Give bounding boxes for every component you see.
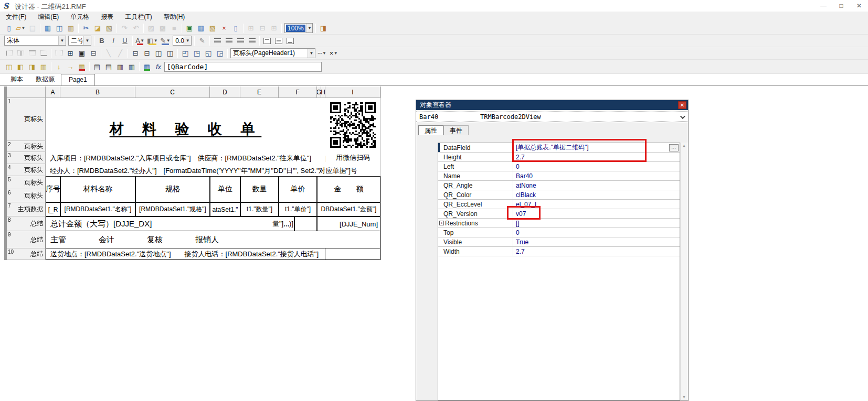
ellipsis-button[interactable]: ⋯ <box>669 144 679 151</box>
delete-cell-icon[interactable]: ◲ <box>215 48 225 59</box>
property-value-qr_ecclevel[interactable]: el_07_L <box>513 200 680 209</box>
italic-button[interactable]: I <box>108 36 119 46</box>
detail-cell-name[interactable]: [RMDBDataSet1."名称"] <box>60 202 135 216</box>
property-name-qr_color[interactable]: QR_Color <box>438 190 513 199</box>
row-header-9[interactable]: 9总结 <box>7 231 46 248</box>
split-cell-icon[interactable]: ◰ <box>180 48 190 59</box>
print-preview-icon[interactable]: ◫ <box>54 23 65 34</box>
paste-icon[interactable]: ▧ <box>104 23 114 34</box>
detail-cell-amount[interactable]: DBDataSet1."金额"] <box>317 202 380 216</box>
close-button[interactable]: ✕ <box>850 0 868 12</box>
summary-total-cell[interactable]: 总计金额（大写）[DJJE_DX] 量"],,,)] <box>46 216 294 231</box>
chevron-down-icon[interactable]: ▼ <box>21 24 26 33</box>
align-justify-icon[interactable] <box>247 36 257 46</box>
chevron-down-icon[interactable] <box>680 114 685 119</box>
tab-events[interactable]: 事件 <box>443 125 469 135</box>
detail-cell-price[interactable]: t1."单价"] <box>279 202 317 216</box>
column-header-A[interactable]: A <box>46 86 60 98</box>
line-color-button[interactable]: ✎▼ <box>160 36 171 46</box>
header-cell-spec[interactable]: 规格 <box>135 176 210 202</box>
tab-properties[interactable]: 属性 <box>418 125 443 135</box>
page-tab-数据源[interactable]: 数据源 <box>29 73 61 85</box>
copy-icon[interactable]: ◪ <box>92 23 103 34</box>
delete-object-icon[interactable]: × <box>219 23 229 34</box>
row-header-10[interactable]: 10总结 <box>7 248 46 260</box>
property-name-datafield[interactable]: DataField <box>438 143 513 152</box>
header-cell-qty[interactable]: 数量 <box>240 176 279 202</box>
no-border-icon[interactable] <box>54 48 64 59</box>
column-width-increase-icon[interactable]: ◫ <box>153 48 164 59</box>
inspector-scrollbar[interactable] <box>680 143 688 400</box>
property-name-left[interactable]: Left <box>438 162 513 171</box>
row-height-decrease-icon[interactable]: ⊟ <box>142 48 152 59</box>
fill-color-button[interactable]: ◧▼ <box>146 36 158 46</box>
header-cell-unit[interactable]: 单位 <box>210 176 240 202</box>
row-header-2[interactable]: 2页标头 <box>7 141 46 152</box>
all-borders-icon[interactable]: ⊞ <box>65 48 76 59</box>
outside-border-icon[interactable]: ▣ <box>77 48 87 59</box>
property-value-qr_color[interactable]: clBlack <box>513 190 680 199</box>
report-title-cell[interactable]: 材 料 验 收 单 <box>46 98 325 141</box>
expand-plus-icon[interactable]: + <box>439 221 444 225</box>
property-value-width[interactable]: 2.7 <box>513 247 680 256</box>
minimize-button[interactable]: — <box>814 0 832 12</box>
page-tab-Page1[interactable]: Page1 <box>61 74 95 85</box>
font-size-select[interactable]: 二号▼ <box>68 36 91 46</box>
property-name-height[interactable]: Height <box>438 153 513 161</box>
bold-button[interactable]: B <box>97 36 107 46</box>
open-file-icon[interactable]: ▱▼ <box>15 23 26 34</box>
row-header-1[interactable]: 1页标头 <box>7 98 46 141</box>
property-name-restrictions[interactable]: +Restrictions <box>438 219 513 227</box>
font-color-button[interactable]: A▼ <box>135 36 145 46</box>
insert-column-left-icon[interactable]: ◧ <box>15 61 26 72</box>
underline-button[interactable]: U <box>120 36 130 46</box>
column-header-B[interactable]: B <box>60 86 135 98</box>
chevron-down-icon[interactable]: ▼ <box>83 36 91 45</box>
band-layout-header-icon[interactable]: ▤ <box>92 61 102 72</box>
summary-empty-cell[interactable] <box>294 216 317 231</box>
print-icon[interactable]: ▦ <box>43 23 53 34</box>
qr-code-image[interactable] <box>330 102 376 148</box>
valign-top-icon[interactable] <box>262 36 272 46</box>
chevron-down-icon[interactable]: ▼ <box>322 49 326 58</box>
qr-code-cell[interactable] <box>325 98 380 152</box>
detail-cell-qty[interactable]: t1."数量"] <box>240 202 279 216</box>
insert-band-icon[interactable]: ▧ <box>207 23 218 34</box>
delivery-contact-cell[interactable]: 送货地点：[RMDBDataSet2."送货地点"] 接货人电话：[RMDBDa… <box>46 248 325 260</box>
property-name-qr_ecclevel[interactable]: QR_EccLevel <box>438 200 513 209</box>
align-center-icon[interactable] <box>224 36 234 46</box>
row-header-6[interactable]: 6页标头 <box>7 189 46 202</box>
delete-row-icon[interactable]: ▦ <box>77 61 87 72</box>
new-page-icon[interactable]: ▯ <box>230 23 241 34</box>
header-cell-material[interactable]: 材料名称 <box>60 176 135 202</box>
border-width-spinner[interactable]: 0.0▼ <box>173 36 192 46</box>
insert-text-object-icon[interactable]: ▣ <box>184 23 195 34</box>
menu-item-0[interactable]: 文件(F) <box>0 12 32 23</box>
row-height-increase-icon[interactable]: ⊟ <box>130 48 141 59</box>
property-value-datafield[interactable]: [单据总账表."单据二维码"] <box>513 143 680 152</box>
delivery-empty-cell[interactable] <box>325 248 380 260</box>
split-row-icon[interactable]: ◫ <box>4 61 14 72</box>
property-value-qr_angle[interactable]: atNone <box>513 181 680 190</box>
merge-row-icon[interactable]: ▥ <box>38 61 49 72</box>
fx-button[interactable]: fx <box>153 61 164 72</box>
font-family-select[interactable]: 宋体▼ <box>4 36 66 46</box>
append-row-icon[interactable]: → <box>65 61 76 72</box>
detail-cell-seq[interactable]: [_R <box>46 202 60 216</box>
chevron-down-icon[interactable]: ▼ <box>58 36 66 45</box>
detail-cell-unit[interactable]: ataSet1." <box>210 202 240 216</box>
chevron-down-icon[interactable]: ▼ <box>333 49 338 58</box>
cut-icon[interactable]: ✂ <box>81 23 91 34</box>
grid-corner-cell[interactable] <box>7 86 46 98</box>
band-layout-footer-icon[interactable]: ▥ <box>126 61 137 72</box>
property-value-name[interactable]: Bar40 <box>513 171 680 180</box>
formula-input[interactable] <box>164 62 322 72</box>
line-style-button[interactable]: ┄▼ <box>317 48 327 59</box>
column-header-G[interactable]: G <box>317 86 321 98</box>
maximize-button[interactable]: □ <box>832 0 850 12</box>
menu-item-2[interactable]: 单元格 <box>65 12 95 23</box>
property-name-name[interactable]: Name <box>438 171 513 180</box>
menu-item-1[interactable]: 编辑(E) <box>32 12 65 23</box>
qr-caption-cell[interactable]: 用微信扫码 <box>325 152 380 164</box>
row-header-5[interactable]: 5页标头 <box>7 176 46 189</box>
